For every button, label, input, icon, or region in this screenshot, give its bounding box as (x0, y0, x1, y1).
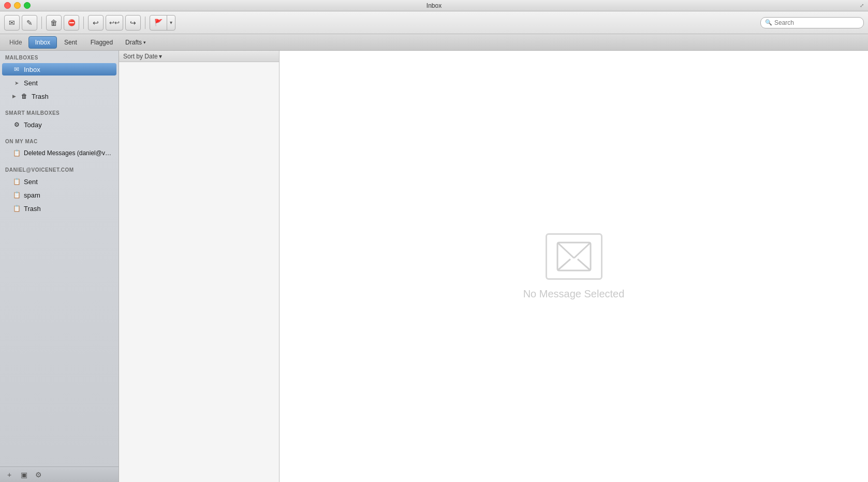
svg-line-3 (557, 259, 570, 270)
preview-pane: No Message Selected (279, 51, 868, 482)
no-message-icon (546, 233, 602, 280)
svg-line-4 (578, 259, 591, 270)
tab-flagged[interactable]: Flagged (84, 36, 119, 49)
toolbar: ✉ ✎ 🗑 ⛔ ↩ ↩↩ ↪ 🚩 ▾ 🔍 (0, 11, 868, 34)
sort-arrow-icon: ▾ (159, 53, 162, 60)
tab-inbox[interactable]: Inbox (28, 36, 57, 49)
main-content: MAILBOXES ✉ Inbox ➤ Sent ▶ 🗑 Trash SMART… (0, 51, 868, 482)
separator-1 (41, 17, 42, 29)
separator-3 (145, 17, 145, 29)
on-my-mac-header: ON MY MAC (0, 134, 119, 146)
message-list-header: Sort by Date ▾ (119, 51, 279, 62)
message-list-pane: Sort by Date ▾ (119, 51, 279, 482)
message-list-body (119, 62, 279, 482)
inbox-icon: ✉ (12, 65, 21, 73)
flag-icon: 🚩 (154, 19, 163, 26)
sidebar-item-spam[interactable]: 📋 spam (2, 189, 116, 201)
smart-mailboxes-header: SMART MAILBOXES (0, 106, 119, 118)
svg-line-1 (557, 243, 574, 258)
note-button[interactable]: ✎ (22, 15, 37, 31)
trash-expand-icon: ▶ (12, 94, 16, 99)
envelope-icon (556, 241, 592, 272)
sidebar-item-today[interactable]: ⚙ Today (2, 118, 116, 131)
settings-icon: ⚙ (35, 471, 42, 479)
sidebar-today-label: Today (24, 121, 42, 129)
voicenet-trash-icon: 📋 (12, 204, 21, 213)
chevron-down-icon: ▾ (170, 20, 172, 25)
drafts-arrow-icon: ▾ (143, 40, 146, 45)
reply-all-icon: ↩↩ (109, 19, 120, 26)
window-controls[interactable] (4, 2, 31, 9)
sidebar-item-sent[interactable]: ➤ Sent (2, 77, 116, 89)
flag-button[interactable]: 🚩 (150, 16, 167, 30)
tab-flagged-label: Flagged (91, 39, 113, 46)
sidebar-spam-label: spam (24, 191, 40, 199)
mailboxes-header: MAILBOXES (0, 51, 119, 63)
tab-inbox-label: Inbox (35, 39, 50, 46)
folder-icon: 📋 (12, 149, 21, 157)
minimize-button[interactable] (14, 2, 21, 9)
sidebar-voicenet-sent-label: Sent (24, 178, 38, 186)
sort-label: Sort by Date (123, 53, 158, 60)
search-input[interactable] (774, 19, 859, 26)
sidebar-item-trash[interactable]: ▶ 🗑 Trash (2, 90, 116, 102)
junk-button[interactable]: ⛔ (64, 15, 79, 31)
reply-icon: ↩ (93, 19, 99, 27)
tab-drafts[interactable]: Drafts ▾ (120, 39, 151, 46)
sidebar-item-deleted-messages[interactable]: 📋 Deleted Messages (daniel@voic... (2, 147, 116, 159)
sidebar-item-inbox[interactable]: ✉ Inbox (2, 63, 116, 76)
hide-label: Hide (9, 39, 22, 46)
sidebar-item-voicenet-trash[interactable]: 📋 Trash (2, 202, 116, 215)
expand-icon[interactable]: ⤢ (860, 3, 864, 8)
search-box[interactable]: 🔍 (760, 17, 864, 28)
spam-icon: 📋 (12, 191, 21, 199)
sidebar-item-voicenet-sent[interactable]: 📋 Sent (2, 175, 116, 188)
svg-line-2 (574, 243, 591, 258)
voicenet-sent-icon: 📋 (12, 177, 21, 186)
delete-button[interactable]: 🗑 (46, 15, 62, 31)
close-button[interactable] (4, 2, 11, 9)
sent-icon: ➤ (12, 79, 21, 87)
reply-button[interactable]: ↩ (88, 15, 104, 31)
tab-hide[interactable]: Hide (4, 36, 27, 49)
junk-icon: ⛔ (68, 19, 76, 26)
gear-icon: ⚙ (12, 120, 21, 129)
sidebar-footer: + ▣ ⚙ (0, 466, 119, 482)
compose-button[interactable]: ✉ (4, 15, 20, 31)
reply-all-button[interactable]: ↩↩ (106, 15, 123, 31)
sidebar-sent-label: Sent (24, 79, 38, 87)
note-icon: ✎ (26, 19, 33, 27)
sidebar: MAILBOXES ✉ Inbox ➤ Sent ▶ 🗑 Trash SMART… (0, 51, 119, 482)
tab-sent[interactable]: Sent (58, 36, 83, 49)
sidebar-deleted-messages-label: Deleted Messages (daniel@voic... (24, 149, 111, 157)
trash-icon: 🗑 (20, 92, 28, 100)
forward-icon: ↪ (130, 19, 136, 27)
tab-bar: Hide Inbox Sent Flagged Drafts ▾ (0, 34, 868, 51)
search-icon: 🔍 (765, 19, 772, 26)
separator-2 (83, 17, 84, 29)
settings-button[interactable]: ⚙ (33, 470, 43, 480)
tab-sent-label: Sent (64, 39, 77, 46)
flag-button-group[interactable]: 🚩 ▾ (150, 15, 175, 31)
sidebar-trash-label: Trash (32, 93, 49, 100)
sort-dropdown[interactable]: Sort by Date ▾ (123, 53, 162, 60)
no-message-text: No Message Selected (523, 288, 625, 300)
forward-button[interactable]: ↪ (125, 15, 141, 31)
add-mailbox-button[interactable]: + (4, 470, 14, 480)
delete-icon: 🗑 (50, 19, 57, 27)
photos-button[interactable]: ▣ (19, 470, 29, 480)
compose-icon: ✉ (9, 19, 15, 27)
photo-icon: ▣ (21, 471, 27, 479)
window-title: Inbox (426, 2, 442, 9)
sidebar-inbox-label: Inbox (24, 66, 40, 73)
plus-icon: + (7, 471, 11, 479)
tab-drafts-label: Drafts (125, 39, 142, 46)
sidebar-voicenet-trash-label: Trash (24, 205, 41, 213)
maximize-button[interactable] (24, 2, 31, 9)
title-bar: Inbox ⤢ (0, 0, 868, 11)
voicenet-header: DANIEL@VOICENET.COM (0, 163, 119, 175)
flag-dropdown-arrow[interactable]: ▾ (167, 16, 175, 30)
